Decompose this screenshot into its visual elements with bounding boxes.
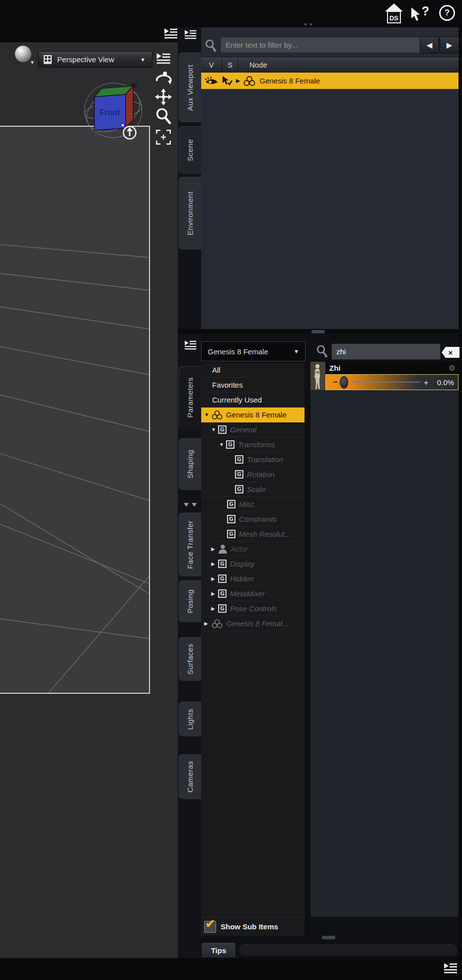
bottom-strip (0, 958, 462, 980)
parameter-group-list: All Favorites Currently Used ▼ Genesis 8… (201, 363, 305, 917)
group-icon: G (218, 589, 227, 598)
node-expander-icon[interactable]: ▶ (236, 78, 240, 84)
show-sub-items-row: ✔ Show Sub Items (201, 917, 305, 936)
tree-item-genesis-8-female[interactable]: ▼ Genesis 8 Female (201, 408, 305, 422)
expander-icon[interactable]: ▼ (211, 427, 218, 432)
tree-item-misc[interactable]: G Misc (201, 497, 305, 512)
expander-icon[interactable]: ▶ (211, 576, 218, 581)
daz-studio-window: DS ? ? (0, 0, 462, 980)
tree-item-actor[interactable]: ▶ Actor (201, 542, 305, 557)
slider-track[interactable] (351, 382, 421, 383)
scene-pane-options-icon[interactable] (184, 29, 197, 40)
slider-increment[interactable]: + (424, 378, 428, 387)
list-item-currently-used[interactable]: Currently Used (201, 393, 305, 408)
camera-selector-label: Perspective View (57, 55, 114, 64)
tab-cameras[interactable]: Cameras (179, 754, 201, 799)
expander-icon[interactable]: ▶ (211, 561, 218, 567)
parameter-thumbnail (310, 362, 325, 390)
tab-posing[interactable]: Posing (179, 580, 201, 622)
bottom-pane-options-icon[interactable] (444, 963, 458, 975)
parameter-name: Zhi (329, 364, 341, 372)
back-button[interactable]: ◀ (420, 36, 439, 54)
group-icon: G (227, 530, 235, 538)
draw-style-caret-icon[interactable]: ▼ (30, 60, 35, 65)
tree-item-rotation[interactable]: G Rotation (201, 467, 305, 482)
parameters-pane-options-icon[interactable] (184, 340, 197, 351)
visibility-eye-icon[interactable] (205, 77, 219, 85)
expander-icon[interactable]: ▶ (204, 621, 211, 626)
aim-up-icon[interactable] (122, 124, 137, 140)
filter-search-icon[interactable] (205, 39, 218, 54)
parameter-card-zhi: Zhi ⚙ − + 0.0% (310, 362, 459, 390)
viewport-aspect-frame (0, 126, 150, 694)
forward-button[interactable]: ▶ (440, 36, 459, 54)
check-icon: ✔ (205, 917, 215, 931)
panel-splitter-handle[interactable] (311, 330, 325, 333)
node-label: Genesis 8 Female (259, 77, 320, 85)
group-icon: G (218, 604, 227, 613)
scope-selector-value: Genesis 8 Female (208, 347, 268, 356)
scene-node-row[interactable]: ▶ Genesis 8 Female (201, 73, 459, 89)
tab-shaping[interactable]: Shaping (179, 438, 201, 490)
show-sub-items-checkbox[interactable]: ✔ (204, 921, 216, 933)
expander-icon[interactable]: ▼ (219, 442, 226, 447)
draw-style-icon[interactable] (15, 46, 31, 62)
camera-selector[interactable]: Perspective View ▼ (38, 51, 153, 68)
tree-item-scale[interactable]: G Scale (201, 482, 305, 497)
help-icon[interactable]: ? (439, 5, 455, 21)
slider-decrement[interactable]: − (333, 378, 337, 387)
tab-strip-splitter[interactable] (182, 501, 199, 507)
scene-filter-input[interactable] (220, 37, 424, 53)
viewport-pane-options-icon[interactable] (153, 50, 174, 68)
tree-item-pose-controls[interactable]: ▶ G Pose Controls (201, 601, 305, 616)
pane-options-icon[interactable] (164, 28, 178, 40)
tab-face-transfer[interactable]: Face Transfer (179, 513, 201, 576)
footer-splitter-handle[interactable] (322, 936, 335, 939)
slider-handle[interactable] (340, 376, 348, 389)
tree-item-mesh-resolution[interactable]: G Mesh Resolut... (201, 527, 305, 542)
expander-icon[interactable]: ▶ (211, 591, 218, 596)
parameter-slider[interactable]: − + 0.0% (325, 374, 459, 390)
tab-environment[interactable]: Environment (179, 177, 201, 249)
orbit-tool-icon[interactable] (153, 70, 174, 87)
tree-item-genesis-8-female-2[interactable]: ▶ Genesis 8 Femal... (201, 616, 305, 631)
gear-icon[interactable]: ⚙ (449, 363, 456, 373)
group-icon: G (226, 440, 234, 449)
svg-text:DS: DS (389, 14, 398, 22)
expander-icon[interactable]: ▼ (204, 412, 211, 417)
pan-tool-icon[interactable] (153, 88, 174, 106)
footer-scrollbar[interactable] (238, 944, 458, 957)
parameter-search-icon[interactable] (316, 345, 329, 360)
group-icon: G (218, 574, 227, 583)
list-item-all[interactable]: All (201, 363, 305, 378)
figure-node-icon (243, 76, 256, 86)
tree-item-transforms[interactable]: ▼ G Transforms (201, 437, 305, 452)
tree-item-translation[interactable]: G Translation (201, 452, 305, 467)
tab-aux-viewport[interactable]: Aux Viewport (179, 53, 201, 122)
tree-item-hidden[interactable]: ▶ G Hidden (201, 572, 305, 586)
chevron-down-icon: ▼ (294, 348, 299, 354)
group-icon: G (227, 515, 235, 523)
tab-scene[interactable]: Scene (179, 126, 201, 174)
ds-home-icon[interactable]: DS (384, 3, 404, 24)
tab-surfaces[interactable]: Surfaces (179, 637, 201, 681)
tab-parameters[interactable]: Parameters (179, 366, 201, 428)
expander-icon[interactable]: ▶ (211, 606, 218, 611)
tree-item-general[interactable]: ▼ G General (201, 422, 305, 437)
zoom-tool-icon[interactable] (153, 107, 174, 125)
tips-button[interactable]: Tips (201, 942, 236, 958)
tab-lights[interactable]: Lights (179, 702, 201, 736)
context-help-icon[interactable]: ? (410, 4, 429, 23)
group-icon: G (227, 500, 235, 508)
frame-tool-icon[interactable] (153, 128, 174, 146)
figure-node-icon (211, 619, 223, 629)
selection-cursor-icon[interactable] (222, 76, 232, 86)
tree-item-metamixer[interactable]: ▶ G MetaMixer (201, 586, 305, 601)
expander-icon[interactable]: ▶ (211, 546, 218, 552)
list-item-favorites[interactable]: Favorites (201, 378, 305, 393)
parameter-search-input[interactable] (331, 343, 441, 360)
tree-item-display[interactable]: ▶ G Display (201, 557, 305, 572)
splitter-dots[interactable] (305, 23, 312, 25)
tree-item-constraints[interactable]: G Constraints (201, 512, 305, 527)
scope-selector[interactable]: Genesis 8 Female ▼ (201, 341, 306, 361)
